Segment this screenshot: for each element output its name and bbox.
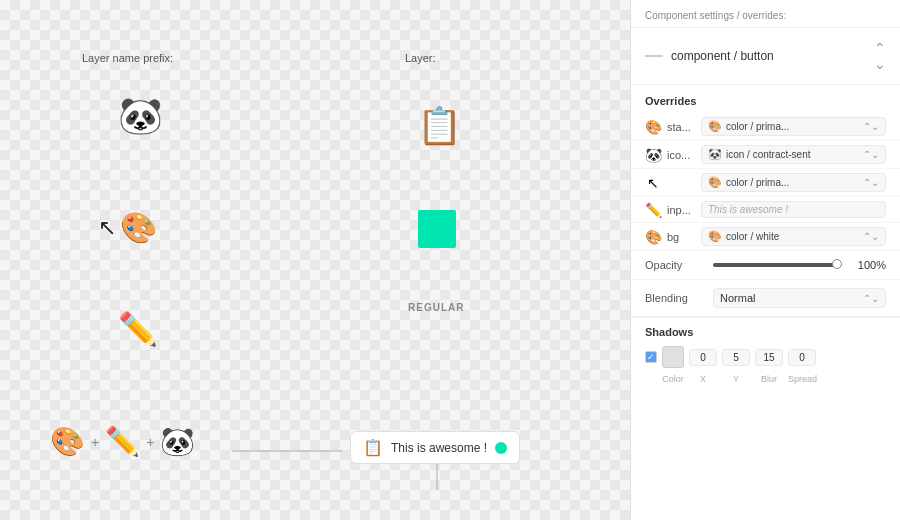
bottom-component-preview: 📋 This is awesome ! bbox=[350, 431, 520, 464]
bottom-prefix-row: 🎨 + ✏️ + 🐼 bbox=[50, 425, 195, 458]
override-label-sta: sta... bbox=[667, 121, 695, 133]
override-icon-bg: 🎨 bbox=[645, 229, 661, 245]
canvas-area: Layer name prefix: Layer: 🐼 ↖ 🎨 ✏️ 🎨 + ✏… bbox=[0, 0, 630, 520]
component-line-icon bbox=[645, 55, 663, 57]
override-value-bg[interactable]: 🎨 color / white ⌃⌄ bbox=[701, 227, 886, 246]
opacity-fill bbox=[713, 263, 836, 267]
green-square bbox=[418, 210, 456, 248]
override-row-arrow: ↖ 🎨 color / prima... ⌃⌄ bbox=[631, 169, 900, 197]
override-value-sta[interactable]: 🎨 color / prima... ⌃⌄ bbox=[701, 117, 886, 136]
override-row-sta: 🎨 sta... 🎨 color / prima... ⌃⌄ bbox=[631, 113, 900, 141]
panda-icon-top: 🐼 bbox=[118, 95, 163, 137]
plus-2: + bbox=[146, 434, 154, 450]
override-text-ico: icon / contract-sent bbox=[726, 149, 859, 160]
opacity-label: Opacity bbox=[645, 259, 705, 271]
opacity-slider[interactable] bbox=[713, 263, 842, 267]
arrow-icon: ↖ bbox=[98, 215, 116, 241]
blending-select[interactable]: Normal ⌃⌄ bbox=[713, 288, 886, 308]
chevron-icon-bg: ⌃⌄ bbox=[863, 231, 879, 242]
pencil-icon-bottom: ✏️ bbox=[105, 425, 140, 458]
component-doc-icon: 📋 bbox=[415, 100, 463, 152]
chevron-icon-sta: ⌃⌄ bbox=[863, 121, 879, 132]
green-dot bbox=[495, 442, 507, 454]
override-value-arrow[interactable]: 🎨 color / prima... ⌃⌄ bbox=[701, 173, 886, 192]
palette-icon-bottom: 🎨 bbox=[50, 425, 85, 458]
layer-label: Layer: bbox=[405, 52, 436, 64]
component-name: component / button bbox=[671, 49, 774, 63]
shadow-blur-field[interactable]: 15 bbox=[755, 349, 783, 366]
palette-icon-bg: 🎨 bbox=[708, 230, 722, 243]
shadow-x-field[interactable]: 0 bbox=[689, 349, 717, 366]
blending-value: Normal bbox=[720, 292, 755, 304]
opacity-value: 100% bbox=[850, 259, 886, 271]
overrides-section-title: Overrides bbox=[631, 85, 900, 113]
blending-chevron-icon: ⌃⌄ bbox=[863, 293, 879, 304]
shadow-blur-label: Blur bbox=[755, 374, 783, 384]
shadow-color-label: Color bbox=[662, 374, 684, 384]
override-value-ico[interactable]: 🐼 icon / contract-sent ⌃⌄ bbox=[701, 145, 886, 164]
shadow-checkbox[interactable]: ✓ bbox=[645, 351, 657, 363]
palette-icon-arrow: 🎨 bbox=[708, 176, 722, 189]
palette-icon-sta: 🎨 bbox=[708, 120, 722, 133]
override-icon-sta: 🎨 bbox=[645, 119, 661, 135]
override-text-arrow: color / prima... bbox=[726, 177, 859, 188]
shadow-spread-label: Spread bbox=[788, 374, 816, 384]
override-label-inp: inp... bbox=[667, 204, 695, 216]
shadow-y-field[interactable]: 5 bbox=[722, 349, 750, 366]
chevron-icon-ico: ⌃⌄ bbox=[863, 149, 879, 160]
blending-label: Blending bbox=[645, 292, 705, 304]
shadow-color-swatch[interactable] bbox=[662, 346, 684, 368]
override-text-bg: color / white bbox=[726, 231, 859, 242]
shadow-spread-field[interactable]: 0 bbox=[788, 349, 816, 366]
override-row-ico: 🐼 ico... 🐼 icon / contract-sent ⌃⌄ bbox=[631, 141, 900, 169]
shadow-y-label: Y bbox=[722, 374, 750, 384]
blending-row: Blending Normal ⌃⌄ bbox=[631, 280, 900, 317]
opacity-row: Opacity 100% bbox=[631, 251, 900, 280]
plus-1: + bbox=[91, 434, 99, 450]
arrow-palette-group: ↖ 🎨 bbox=[98, 210, 157, 245]
settings-panel: Component settings / overrides: componen… bbox=[630, 0, 900, 520]
panda-icon-ico: 🐼 bbox=[708, 148, 722, 161]
override-icon-ico: 🐼 bbox=[645, 147, 661, 163]
override-label-bg: bg bbox=[667, 231, 695, 243]
doc-icon: 📋 bbox=[417, 105, 462, 147]
doc-small-icon: 📋 bbox=[363, 438, 383, 457]
override-input-text[interactable]: This is awesome ! bbox=[701, 201, 886, 218]
override-icon-arrow: ↖ bbox=[645, 175, 661, 191]
override-label-ico: ico... bbox=[667, 149, 695, 161]
override-icon-inp: ✏️ bbox=[645, 202, 661, 218]
override-text-sta: color / prima... bbox=[726, 121, 859, 132]
palette-icon: 🎨 bbox=[120, 210, 157, 245]
shadow-labels-row: Color X Y Blur Spread bbox=[631, 372, 900, 392]
shadow-x-label: X bbox=[689, 374, 717, 384]
pencil-group: ✏️ bbox=[118, 310, 158, 348]
pencil-icon: ✏️ bbox=[118, 311, 158, 347]
panel-title: Component settings / overrides: bbox=[631, 0, 900, 28]
override-row-inp: ✏️ inp... This is awesome ! bbox=[631, 197, 900, 223]
regular-label: REGULAR bbox=[408, 302, 464, 313]
chevron-icon-arrow: ⌃⌄ bbox=[863, 177, 879, 188]
chevron-updown-icon[interactable]: ⌃⌄ bbox=[874, 40, 886, 72]
override-row-bg: 🎨 bg 🎨 color / white ⌃⌄ bbox=[631, 223, 900, 251]
opacity-thumb[interactable] bbox=[832, 259, 842, 269]
panda-icon-bottom: 🐼 bbox=[160, 425, 195, 458]
layer-name-prefix-label: Layer name prefix: bbox=[82, 52, 173, 64]
shadow-row: ✓ 0 5 15 0 bbox=[631, 342, 900, 372]
component-text: This is awesome ! bbox=[391, 441, 487, 455]
component-selector[interactable]: component / button ⌃⌄ bbox=[631, 28, 900, 85]
shadows-label: Shadows bbox=[631, 317, 900, 342]
